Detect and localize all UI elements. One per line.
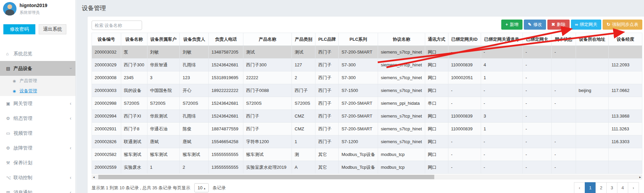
table-cell: 200002998 <box>92 97 121 110</box>
sidebar-item-故障管理[interactable]: ⚙故障管理‹ <box>0 140 75 155</box>
table-cell: - <box>551 97 576 110</box>
column-header-网卡状态[interactable]: 网卡状态 <box>551 33 576 46</box>
table-cell: 西门子XI <box>121 110 147 123</box>
table-row[interactable]: 200002582猴车测试猴车测试猴车测试15555555555猴车测试测其它M… <box>92 148 642 161</box>
table-cell: S7-200-SMART <box>339 97 378 110</box>
table-cell: 西门子0088 <box>243 84 292 97</box>
sidebar-item-联动控制[interactable]: ⌥联动控制‹ <box>0 170 75 185</box>
table-cell: 唐斌 <box>180 135 209 148</box>
sidebar-subitem-设备管理[interactable]: ◉设备管理 <box>0 86 75 96</box>
table-cell: Modbus_Tcp设备 <box>339 148 378 161</box>
page-size-select[interactable]: 10▴ <box>194 183 209 192</box>
sidebar-item-label: 保养计划 <box>13 160 32 165</box>
修改-button[interactable]: ✎修改 <box>524 20 546 30</box>
column-header-产品类别[interactable]: 产品类别 <box>292 33 315 46</box>
table-row[interactable]: 200003029西门子300华辰智通孔雨绵15243642681西门子3001… <box>92 59 642 71</box>
content-panel: +新增✎修改✖删除∞绑定网关↻强制同步点表 设备编号设备名称设备所属客户设备负责… <box>87 16 644 193</box>
page-button-2[interactable]: 2 <box>596 182 607 193</box>
column-header-设备所在地址[interactable]: 设备所在地址 <box>576 33 609 46</box>
sidebar-item-网关管理[interactable]: ▣网关管理‹ <box>0 96 75 111</box>
column-header-负责人电话[interactable]: 负责人电话 <box>209 33 243 46</box>
logout-button[interactable]: 退出系统 <box>39 24 66 34</box>
table-cell: 100002051 <box>448 71 481 84</box>
table-cell: - <box>523 161 552 174</box>
table-row[interactable]: 200003003我的设备中国国务院开心18922222222西门子0088西门… <box>92 84 642 97</box>
chevron-left-icon: ‹ <box>70 170 71 185</box>
table-row[interactable]: 200002559实验废水1213555555555实验室废水处理2019A其它… <box>92 161 642 174</box>
sidebar-item-保养计划[interactable]: ⚒保养计划 <box>0 155 75 170</box>
table-cell: 西门子 <box>243 123 292 135</box>
horizontal-scrollbar[interactable]: ◂ ▸ <box>92 174 642 180</box>
column-header-已绑定网卡[interactable]: 已绑定网卡 <box>523 33 552 46</box>
table-cell: beijing <box>576 84 609 97</box>
table-cell: S7-300 <box>339 71 378 84</box>
user-box: hignton2019 系统管理员 <box>0 0 75 20</box>
table-cell <box>576 161 609 174</box>
table-cell: 116.3303 <box>609 135 642 148</box>
新增-button[interactable]: +新增 <box>501 20 522 30</box>
scroll-left-icon[interactable]: ◂ <box>93 174 95 180</box>
table-cell: - <box>551 135 576 148</box>
column-header-设备名称[interactable]: 设备名称 <box>121 33 147 46</box>
sidebar-subitem-产品管理[interactable]: ◉产品管理 <box>0 76 75 86</box>
sidebar-item-产品设备[interactable]: ▤产品设备‹ <box>0 61 75 76</box>
table-cell: 猴车测试 <box>121 148 147 161</box>
table-cell: 200002931 <box>92 123 121 135</box>
search-input[interactable] <box>92 21 142 30</box>
删除-button[interactable]: ✖删除 <box>547 20 570 30</box>
table-cell: 西门子 <box>315 71 339 84</box>
page-nav-button[interactable]: › <box>628 182 639 193</box>
chevron-down-icon: ‹ <box>63 68 78 69</box>
sidebar-subitem-label: 设备管理 <box>20 88 37 93</box>
table-cell: 112.2093 <box>609 59 642 71</box>
sidebar-item-系统总览[interactable]: ⌂系统总览 <box>0 46 75 61</box>
change-password-button[interactable]: 修改密码 <box>3 24 35 34</box>
table-cell: siemens_s7tcp_hinet <box>378 110 425 123</box>
column-header-设备负责人[interactable]: 设备负责人 <box>180 33 209 46</box>
column-header-协议名称[interactable]: 协议名称 <box>378 33 425 46</box>
column-header-已绑定网关通道号[interactable]: 已绑定网关通道号 <box>481 33 523 46</box>
table-cell: 我的设备 <box>121 84 147 97</box>
column-header-设备经度[interactable]: 设备经度 <box>609 33 642 46</box>
column-header-产品名称[interactable]: 产品名称 <box>243 33 292 46</box>
table-cell: modbus_tcp <box>378 148 425 161</box>
dot-circle-icon: ◉ <box>13 86 20 96</box>
table-cell: 22222 <box>243 71 292 84</box>
强制同步点表-button[interactable]: ↻强制同步点表 <box>603 20 642 30</box>
table-cell: 刘敏 <box>147 46 180 59</box>
page-button-4[interactable]: 4 <box>617 182 628 193</box>
table-cell: 110000839 <box>448 59 481 71</box>
sidebar-item-视频管理[interactable]: ▭视频管理 <box>0 126 75 140</box>
column-header-设备编号[interactable]: 设备编号 <box>92 33 121 46</box>
column-header-设备所属客户[interactable]: 设备所属客户 <box>147 33 180 46</box>
column-header-已绑定网关ID[interactable]: 已绑定网关ID <box>448 33 481 46</box>
table-cell: 孔雨绵 <box>180 59 209 71</box>
table-row[interactable]: 200002931西门子8华通石油陈俊18874877559西门子CMZ西门子S… <box>92 123 642 135</box>
link-icon: ∞ <box>575 22 578 27</box>
records-summary: 显示第 1 到第 10 条记录 , 总共 35 条记录 每页显示 10▴ 条记录 <box>92 183 226 192</box>
table-row[interactable]: 2000030082345312315318919695222222西门子S7-… <box>92 71 642 84</box>
table-cell: 测试 <box>243 46 292 59</box>
table-row[interactable]: 200002998S7200SS7200SS7200S15243642681S7… <box>92 97 642 110</box>
scrollbar-thumb[interactable] <box>98 175 434 179</box>
chevron-left-icon: ‹ <box>70 185 71 193</box>
page-size-value: 10 <box>198 185 202 190</box>
table-cell: 13555555555 <box>209 161 243 174</box>
table-row[interactable]: 200002826联通测试唐斌唐斌15546654258字符串12001西门子S… <box>92 135 642 148</box>
table-cell: 网口 <box>425 161 448 174</box>
page-button-3[interactable]: 3 <box>606 182 617 193</box>
column-header-PLC品牌[interactable]: PLC品牌 <box>315 33 339 46</box>
column-header-通讯方式[interactable]: 通讯方式 <box>425 33 448 46</box>
table-row[interactable]: 200003032泵刘敏刘敏13487587205测试测试西门子S7-200-S… <box>92 46 642 59</box>
绑定网关-button[interactable]: ∞绑定网关 <box>571 20 601 30</box>
sidebar-item-组态管理[interactable]: ⚙组态管理‹ <box>0 111 75 126</box>
table-cell: - <box>523 71 552 84</box>
table-row[interactable]: 200002994西门子XI华辰测试孔雨绵15243642681西门子CMZ西门… <box>92 110 642 123</box>
scroll-right-icon[interactable]: ▸ <box>639 174 641 180</box>
page-button-1[interactable]: 1 <box>585 182 596 193</box>
sidebar-item-消息通知[interactable]: ▥消息通知‹ <box>0 185 75 193</box>
column-header-PLC系列[interactable]: PLC系列 <box>339 33 378 46</box>
table-cell: - <box>481 135 523 148</box>
page-nav-button[interactable]: ‹ <box>574 182 585 193</box>
table-cell: - <box>551 148 576 161</box>
